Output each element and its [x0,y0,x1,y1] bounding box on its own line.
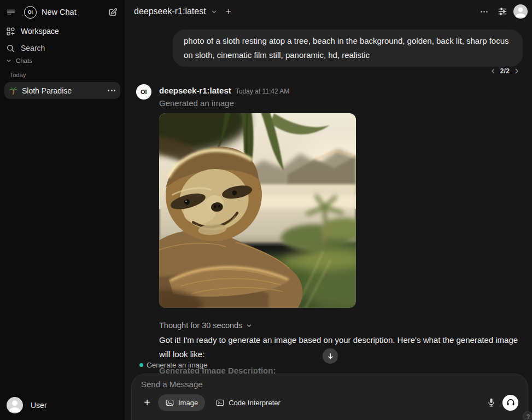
scroll-to-bottom-button[interactable] [323,348,338,364]
assistant-name: deepseek-r1:latest [159,86,231,95]
image-toggle-label: Image [178,399,198,407]
assistant-name-row: deepseek-r1:latest Today at 11:42 AM [159,86,289,95]
search-icon [6,44,15,53]
thought-toggle[interactable]: Thought for 30 seconds [159,321,252,330]
page-indicator: 2/2 [500,67,510,75]
sidebar-item-workspace[interactable]: Workspace [2,23,122,39]
attach-button[interactable]: + [139,395,155,410]
message-input[interactable]: Send a Message [141,380,518,389]
arrow-down-icon [326,352,335,360]
chat-header: deepseek-r1:latest + [125,0,532,23]
next-page-button[interactable] [513,68,520,74]
help-button[interactable]: ? [523,411,532,420]
microphone-icon [486,396,496,409]
app-root: OI New Chat Workspace [0,0,532,420]
assistant-message-text: Got it! I'm ready to generate an image b… [159,333,521,361]
main-panel: deepseek-r1:latest + [125,0,532,420]
ellipsis-icon [480,7,489,16]
new-chat-plus-button[interactable]: + [223,5,235,18]
chat-title: Sloth Paradise [22,86,108,95]
sidebar-toggle-button[interactable] [3,4,19,20]
terminal-icon [215,398,225,407]
user-menu-button[interactable]: User [3,395,121,416]
chat-controls-button[interactable] [495,4,510,19]
thought-label: Thought for 30 seconds [159,321,242,330]
hamburger-icon [6,7,16,17]
status-dot-icon [139,363,143,367]
voice-call-button[interactable] [502,395,518,411]
account-avatar-button[interactable] [513,4,528,19]
chat-menu-button[interactable] [476,4,492,19]
message-composer: Send a Message + Image [131,374,528,420]
workspace-grid-icon [6,27,15,36]
sidebar-item-label: Workspace [21,27,59,36]
chevron-down-icon [6,58,11,63]
chat-item-menu-button[interactable] [108,90,115,91]
image-icon [165,398,174,407]
chats-section-toggle[interactable]: Chats [6,57,32,64]
new-chat-pencil-button[interactable] [105,4,120,20]
generated-image[interactable] [159,113,356,308]
person-icon [513,4,528,19]
message-pagination: 2/2 [490,67,520,75]
headphones-icon [506,398,516,407]
sidebar-header: OI New Chat [0,4,125,20]
model-name: deepseek-r1:latest [134,7,206,16]
chevron-down-icon [246,323,252,329]
chats-group-label: Today [10,72,26,78]
prev-page-button[interactable] [490,68,496,74]
chats-section-label: Chats [16,57,32,64]
assistant-avatar: OI [136,84,151,100]
user-avatar [7,397,23,413]
pencil-square-icon [108,7,118,18]
user-name: User [31,401,47,410]
sidebar: OI New Chat Workspace [0,0,125,420]
sidebar-item-label: Search [21,44,45,52]
new-chat-button[interactable]: New Chat [42,8,77,16]
sliders-icon [498,7,507,16]
microphone-button[interactable] [486,396,496,409]
chevron-down-icon [211,9,217,15]
header-actions [476,0,528,23]
clipped-section-heading: Generated Image Description: [159,366,389,374]
message-timestamp: Today at 11:42 AM [236,88,290,95]
code-interpreter-label: Code Interpreter [229,399,280,407]
composer-right-actions [486,395,518,411]
image-toggle-button[interactable]: Image [158,394,205,411]
model-selector[interactable]: deepseek-r1:latest [134,7,217,16]
generated-image-status: Generated an image [159,98,234,108]
chat-list-item-sloth-paradise[interactable]: Sloth Paradise [4,82,120,99]
composer-toolbar: + Image Code [137,394,522,411]
code-interpreter-toggle-button[interactable]: Code Interpreter [208,394,288,411]
palm-tree-icon [9,86,17,95]
user-message-bubble: photo of a sloth resting atop a tree, be… [173,30,523,67]
app-logo: OI [24,6,37,19]
sidebar-item-search[interactable]: Search [2,40,122,56]
